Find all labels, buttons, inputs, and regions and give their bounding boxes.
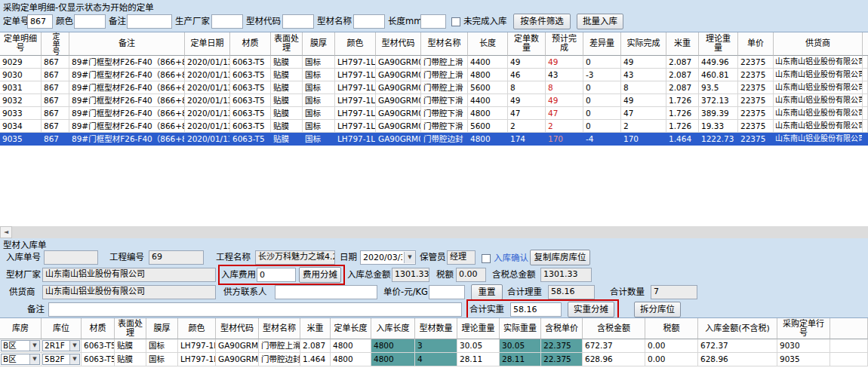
copy-location-button[interactable]: 复制库房库位 — [530, 250, 590, 265]
order-cell: 1.464 — [666, 133, 699, 146]
filter-label-color: 颜色 — [56, 14, 73, 29]
order-cell: 2020/01/13 — [185, 69, 230, 81]
order-cell: 867 — [42, 69, 69, 81]
unfinished-inbound-checkbox[interactable] — [451, 17, 460, 26]
order-cell: 8 — [508, 81, 546, 94]
order-cell: 贴膜 — [271, 94, 303, 107]
filter-label-profile_code: 型材代码 — [246, 14, 281, 29]
order-cell: GA90GRM04 — [376, 120, 421, 133]
scroll-left-icon[interactable]: ◄ — [0, 226, 12, 238]
order-cell: 贴膜 — [271, 107, 303, 120]
order-cell — [863, 81, 868, 94]
order-cell: 6063-T5 — [230, 94, 271, 107]
order-cell: 国标 — [303, 69, 335, 81]
order-header-cell: 预计完成 — [546, 32, 583, 56]
order-table-row-9032[interactable]: 903286789#门框型材F26-F40（866+867）2020/01/13… — [0, 94, 868, 107]
filter-input-note[interactable] — [127, 14, 172, 29]
filter-input-color[interactable] — [74, 14, 106, 29]
order-cell: 372.13 — [699, 94, 738, 107]
form-label-project_no: 工程编号 — [109, 250, 144, 265]
order-cell: 4400 — [468, 56, 508, 69]
order-cell: 1.726 — [666, 94, 699, 107]
split-location-button[interactable]: 拆分库位 — [634, 302, 681, 317]
order-table-row-9030[interactable]: 903086789#门框型材F26-F40（866+867）2020/01/13… — [0, 69, 868, 81]
location-combobox[interactable]: B区▼ — [1, 340, 40, 351]
order-table-row-9029[interactable]: 902986789#门框型材F26-F40（866+867）2020/01/13… — [0, 56, 868, 69]
form-label-total_actual: 合计实重 — [469, 302, 504, 317]
location-combobox[interactable]: 5B2F▼ — [42, 354, 80, 365]
inbound-confirm-checkbox[interactable] — [482, 254, 491, 263]
order-cell: 2 — [621, 120, 666, 133]
order-header-cell: 颜色 — [335, 32, 376, 56]
reset-button[interactable]: 重置 — [471, 284, 503, 300]
inbound-cell: 28.11 — [500, 353, 541, 366]
order-header-cell: 定单号 — [42, 32, 69, 56]
chevron-down-icon[interactable]: ▼ — [29, 354, 39, 364]
filter-input-profile_name[interactable] — [353, 14, 385, 29]
inbound-cell: 22.375 — [541, 339, 583, 353]
order-cell: 贴膜 — [271, 120, 303, 133]
order-cell: 4800 — [468, 69, 508, 81]
order-cell: 6063-T5 — [230, 133, 271, 146]
chevron-down-icon[interactable]: ▼ — [69, 354, 79, 364]
form-label-supplier_contact: 供方联系人 — [223, 285, 267, 299]
form-label-keeper: 保管员 — [420, 250, 446, 265]
inbound-table-header: 库房库位材质表面处理膜厚颜色型材代码型材名称米重定单长度入库长度型材数量理论重量… — [0, 318, 868, 339]
inbound-cell: 1.464 — [300, 353, 331, 366]
combobox-value: B区 — [2, 341, 29, 351]
order-table-row-9035[interactable]: 903586789#门框型材F26-F40（866+867）2020/01/13… — [0, 133, 868, 146]
order-header-cell: 膜厚 — [303, 32, 335, 56]
order-cell: 22375 — [738, 94, 774, 107]
order-cell: GA90GRM03 — [376, 81, 421, 94]
order-cell: 389.39 — [699, 107, 738, 120]
order-header-cell: 供货商 — [774, 32, 863, 56]
order-cell: 2020/01/13 — [185, 81, 230, 94]
order-table-row-9034[interactable]: 903486789#门框型材F26-F40（866+867）2020/01/13… — [0, 120, 868, 133]
form-input-supplier_contact[interactable] — [275, 285, 377, 299]
inbound-cell: 9035 — [777, 353, 830, 366]
filter-by-condition-button[interactable]: 按条件筛选 — [513, 14, 571, 29]
order-cell: 4800 — [468, 107, 508, 120]
filter-input-order_no[interactable] — [27, 14, 53, 29]
form-field-inbound_no — [44, 250, 98, 265]
filter-input-length_mm[interactable] — [420, 14, 446, 29]
form-input-total_actual[interactable] — [510, 302, 562, 317]
inbound-cell: 628.96 — [583, 353, 645, 366]
order-cell: -3 — [583, 69, 621, 81]
chevron-down-icon[interactable]: ▼ — [29, 341, 39, 351]
batch-inbound-button[interactable]: 批量入库 — [577, 14, 623, 29]
inbound-header-cell: 入库长度 — [371, 318, 415, 339]
order-table-hscrollbar[interactable]: ◄ — [0, 226, 868, 238]
inbound-table-row-9030[interactable]: B区▼2R1F▼6063-T5贴膜国标LH797-1LL0GA90GRM03门带… — [0, 339, 868, 353]
inbound-cell: 672.37 — [583, 339, 645, 353]
form-input-unit_price[interactable] — [429, 285, 465, 299]
order-cell: 49 — [508, 94, 546, 107]
form-input-fee[interactable] — [257, 268, 296, 282]
inbound-table-row-9035[interactable]: B区▼5B2F▼6063-T5贴膜国标LH797-1LL0GA90GRM05门带… — [0, 353, 868, 366]
order-cell: 89#门框型材F26-F40（866+867） — [69, 133, 185, 146]
filter-input-manufacturer[interactable] — [211, 14, 243, 29]
order-header-cell: 材质 — [230, 32, 271, 56]
order-cell: 门带腔上滑 — [421, 56, 468, 69]
fee-allocate-button[interactable]: 费用分摊 — [299, 267, 341, 283]
order-cell: 47 — [621, 107, 666, 120]
filter-input-profile_code[interactable] — [282, 14, 314, 29]
chevron-down-icon[interactable]: ▼ — [69, 341, 79, 351]
date-dropdown-icon[interactable]: ▼ — [404, 252, 415, 263]
order-cell: 国标 — [303, 133, 335, 146]
weight-allocate-button[interactable]: 实重分摊 — [568, 302, 614, 317]
order-table-row-9031[interactable]: 903186789#门框型材F26-F40（866+867）2020/01/13… — [0, 81, 868, 94]
order-cell: 山东南山铝业股份有限公司 — [774, 120, 863, 133]
form-input-note[interactable] — [48, 302, 462, 317]
order-cell: 2020/01/13 — [185, 120, 230, 133]
inbound-header-cell — [830, 318, 868, 339]
order-header-cell: 型材名称 — [421, 32, 468, 56]
order-cell: 贴膜 — [271, 133, 303, 146]
order-cell: 89#门框型材F26-F40（866+867） — [69, 56, 185, 69]
inbound-cell: 9030 — [777, 339, 830, 353]
inbound-cell: 2.087 — [300, 339, 331, 353]
order-cell: 867 — [42, 94, 69, 107]
location-combobox[interactable]: 2R1F▼ — [42, 340, 80, 351]
location-combobox[interactable]: B区▼ — [1, 354, 40, 365]
order-table-row-9033[interactable]: 903386789#门框型材F26-F40（866+867）2020/01/13… — [0, 107, 868, 120]
